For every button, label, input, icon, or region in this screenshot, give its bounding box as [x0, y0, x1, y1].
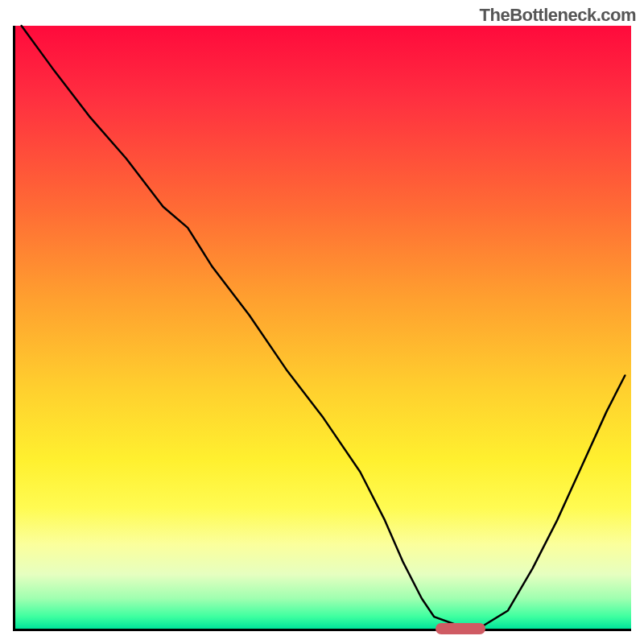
- curve-overlay: [15, 26, 631, 629]
- plot-area: [13, 26, 631, 631]
- optimal-range-marker: [436, 623, 485, 634]
- bottleneck-curve: [22, 26, 625, 625]
- watermark-text: TheBottleneck.com: [480, 5, 636, 26]
- chart-frame: TheBottleneck.com: [0, 0, 644, 644]
